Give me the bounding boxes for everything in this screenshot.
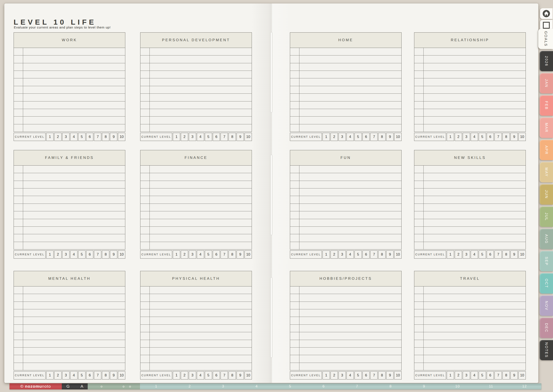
ruled-line[interactable] — [14, 219, 125, 227]
ruled-line[interactable] — [140, 124, 252, 132]
ruled-line[interactable] — [290, 363, 401, 370]
level-cell-2[interactable]: 2 — [331, 133, 338, 141]
ruled-line[interactable] — [140, 166, 252, 173]
month-tick-6[interactable]: 6 — [323, 384, 325, 389]
ruled-line[interactable] — [14, 173, 125, 181]
ruled-line[interactable] — [14, 340, 125, 348]
ruled-line[interactable] — [14, 355, 125, 363]
level-cell-2[interactable]: 2 — [331, 250, 338, 259]
ruled-line[interactable] — [414, 325, 525, 332]
ruled-line[interactable] — [14, 56, 125, 63]
ruled-line[interactable] — [414, 94, 525, 101]
ruled-line[interactable] — [140, 63, 252, 71]
ruled-line[interactable] — [140, 117, 252, 124]
level-cell-2[interactable]: 2 — [455, 133, 462, 141]
level-cell-7[interactable]: 7 — [495, 371, 502, 379]
level-cell-6[interactable]: 6 — [213, 371, 220, 379]
ruled-line[interactable] — [140, 294, 252, 301]
level-cell-7[interactable]: 7 — [370, 133, 378, 141]
tab-2026[interactable]: 2026 — [540, 51, 553, 71]
ruled-line[interactable] — [290, 101, 401, 109]
ruled-line[interactable] — [290, 71, 401, 78]
level-cell-10[interactable]: 10 — [118, 250, 125, 259]
level-cell-3[interactable]: 3 — [463, 371, 470, 379]
ruled-line[interactable] — [414, 109, 525, 117]
ruled-line[interactable] — [290, 181, 401, 189]
level-cell-7[interactable]: 7 — [370, 250, 378, 259]
ruled-line[interactable] — [414, 117, 525, 124]
level-cell-4[interactable]: 4 — [70, 371, 78, 379]
level-cell-10[interactable]: 10 — [518, 133, 526, 141]
level-cell-7[interactable]: 7 — [495, 133, 502, 141]
ruled-line[interactable] — [14, 287, 125, 294]
tab-aug[interactable]: AUG — [540, 229, 553, 249]
ruled-line[interactable] — [290, 56, 401, 63]
level-cell-5[interactable]: 5 — [479, 250, 486, 259]
ruled-line[interactable] — [414, 189, 525, 196]
category-writing-area[interactable] — [414, 166, 526, 250]
ruled-line[interactable] — [414, 355, 525, 363]
level-cell-8[interactable]: 8 — [102, 371, 109, 379]
ruled-line[interactable] — [140, 332, 252, 340]
ruled-line[interactable] — [290, 211, 401, 219]
category-writing-area[interactable] — [290, 166, 402, 250]
level-cell-10[interactable]: 10 — [118, 371, 125, 379]
ruled-line[interactable] — [14, 294, 125, 301]
level-cell-6[interactable]: 6 — [86, 371, 93, 379]
ruled-line[interactable] — [290, 219, 401, 227]
level-cell-4[interactable]: 4 — [197, 250, 204, 259]
ruled-line[interactable] — [290, 166, 401, 173]
ruled-line[interactable] — [14, 204, 125, 211]
ruled-line[interactable] — [14, 363, 125, 370]
ruled-line[interactable] — [14, 211, 125, 219]
ruled-line[interactable] — [14, 166, 125, 173]
level-cell-5[interactable]: 5 — [354, 250, 362, 259]
ruled-line[interactable] — [14, 332, 125, 340]
ruled-line[interactable] — [414, 71, 525, 78]
ruled-line[interactable] — [290, 348, 401, 355]
month-tick-7[interactable]: 7 — [356, 384, 358, 389]
level-cell-9[interactable]: 9 — [510, 250, 518, 259]
tab-mar[interactable]: MAR — [540, 118, 553, 138]
level-cell-1[interactable]: 1 — [46, 371, 54, 379]
tab-apr[interactable]: APR — [540, 140, 553, 160]
level-cell-6[interactable]: 6 — [86, 133, 93, 141]
ruled-line[interactable] — [140, 181, 252, 189]
level-cell-9[interactable]: 9 — [510, 371, 518, 379]
ruled-line[interactable] — [414, 166, 525, 173]
category-writing-area[interactable] — [290, 48, 402, 132]
level-cell-9[interactable]: 9 — [110, 250, 117, 259]
level-cell-7[interactable]: 7 — [94, 371, 101, 379]
level-cell-8[interactable]: 8 — [503, 371, 510, 379]
level-cell-8[interactable]: 8 — [102, 133, 109, 141]
level-cell-2[interactable]: 2 — [181, 371, 188, 379]
level-cell-8[interactable]: 8 — [228, 371, 236, 379]
month-tick-2[interactable]: 2 — [189, 384, 191, 389]
level-cell-1[interactable]: 1 — [447, 371, 454, 379]
level-cell-9[interactable]: 9 — [386, 371, 394, 379]
month-tick-4[interactable]: 4 — [255, 384, 258, 389]
ruled-line[interactable] — [414, 302, 525, 309]
ruled-line[interactable] — [290, 189, 401, 196]
ruled-line[interactable] — [140, 287, 252, 294]
ruled-line[interactable] — [140, 71, 252, 78]
level-cell-3[interactable]: 3 — [189, 371, 196, 379]
level-cell-9[interactable]: 9 — [386, 250, 394, 259]
ruled-line[interactable] — [140, 109, 252, 117]
category-writing-area[interactable] — [14, 166, 125, 250]
ruled-line[interactable] — [290, 227, 401, 234]
ruled-line[interactable] — [140, 204, 252, 211]
ruled-line[interactable] — [414, 124, 525, 132]
level-cell-3[interactable]: 3 — [463, 250, 470, 259]
ruled-line[interactable] — [140, 211, 252, 219]
level-cell-4[interactable]: 4 — [197, 371, 204, 379]
level-cell-10[interactable]: 10 — [394, 133, 402, 141]
level-cell-8[interactable]: 8 — [503, 133, 510, 141]
level-cell-5[interactable]: 5 — [479, 371, 486, 379]
category-writing-area[interactable] — [140, 287, 252, 371]
ruled-line[interactable] — [414, 48, 525, 56]
tab-may[interactable]: MAY — [540, 162, 553, 182]
level-cell-1[interactable]: 1 — [323, 371, 330, 379]
ruled-line[interactable] — [290, 294, 401, 301]
level-cell-4[interactable]: 4 — [70, 250, 78, 259]
